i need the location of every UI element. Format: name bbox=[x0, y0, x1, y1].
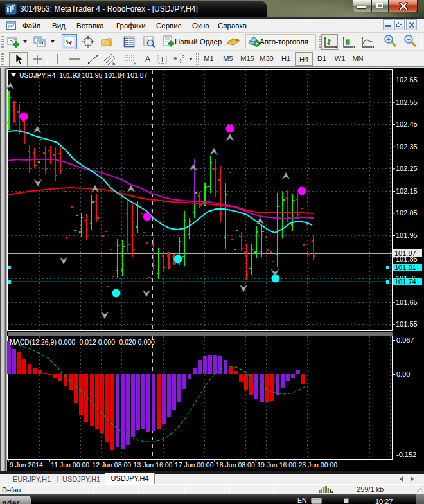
svg-text:-0.152: -0.152 bbox=[396, 451, 416, 458]
svg-text:USDJPY,H4 101.93 101.95 101.8: USDJPY,H4 101.93 101.95 101.84 101.87 bbox=[19, 71, 148, 79]
svg-text:102.05: 102.05 bbox=[396, 209, 418, 217]
svg-text:19 Jun 16:00: 19 Jun 16:00 bbox=[257, 461, 296, 469]
svg-text:18 Jun 08:00: 18 Jun 08:00 bbox=[216, 461, 255, 469]
svg-text:101.74: 101.74 bbox=[394, 278, 416, 285]
svg-text:102.45: 102.45 bbox=[396, 120, 418, 128]
svg-text:102.25: 102.25 bbox=[396, 165, 418, 172]
svg-text:A: A bbox=[145, 55, 150, 64]
svg-text:0.00: 0.00 bbox=[396, 370, 410, 378]
svg-text:102.15: 102.15 bbox=[396, 187, 418, 195]
svg-text:101.95: 101.95 bbox=[396, 231, 418, 239]
svg-text:9 Jun 2014: 9 Jun 2014 bbox=[10, 461, 43, 469]
svg-text:17 Jun 00:00: 17 Jun 00:00 bbox=[175, 461, 214, 469]
svg-text:101.65: 101.65 bbox=[396, 298, 418, 306]
svg-text:12 Jun 08:00: 12 Jun 08:00 bbox=[92, 461, 131, 469]
svg-text:F: F bbox=[134, 61, 136, 66]
svg-text:11 Jun 00:00: 11 Jun 00:00 bbox=[51, 461, 89, 469]
svg-text:E: E bbox=[112, 61, 116, 66]
svg-text:101.85: 101.85 bbox=[396, 255, 418, 263]
svg-text:102.35: 102.35 bbox=[396, 143, 418, 150]
svg-text:23 Jun 00:00: 23 Jun 00:00 bbox=[298, 461, 337, 469]
svg-text:MACD(12,26,9) 0.000 -0.012 0.0: MACD(12,26,9) 0.000 -0.012 0.000 -0.020 … bbox=[10, 338, 155, 346]
svg-text:0.067: 0.067 bbox=[396, 336, 414, 344]
svg-text:102.55: 102.55 bbox=[396, 98, 418, 106]
svg-text:102.65: 102.65 bbox=[396, 76, 418, 84]
svg-text:T: T bbox=[160, 55, 164, 63]
svg-text:101.55: 101.55 bbox=[396, 320, 418, 328]
svg-text:13 Jun 16:00: 13 Jun 16:00 bbox=[134, 461, 173, 469]
svg-text:101.81: 101.81 bbox=[394, 264, 416, 271]
